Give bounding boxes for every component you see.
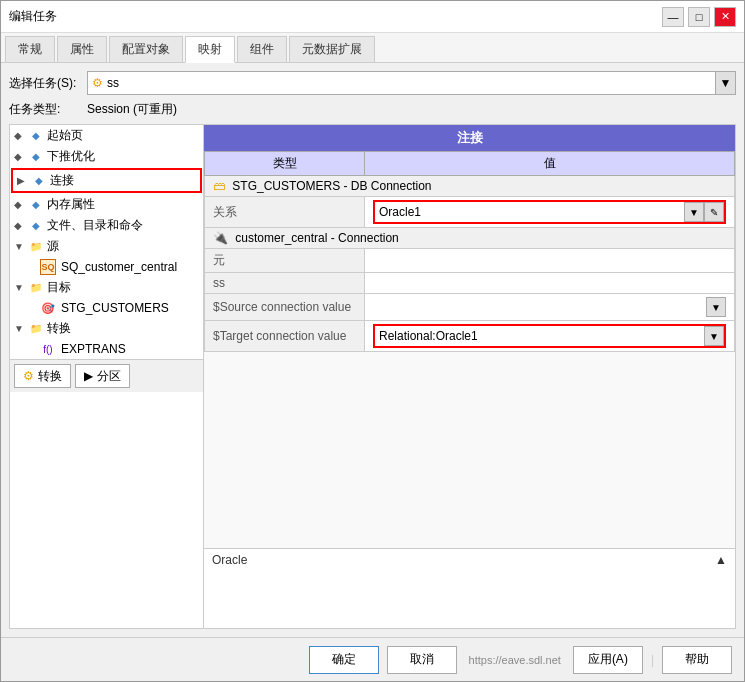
close-button[interactable]: ✕: [714, 7, 736, 27]
source-value-container: ▼: [373, 297, 726, 317]
tab-config-object[interactable]: 配置对象: [109, 36, 183, 62]
cc-yuan-row: 元: [205, 249, 735, 273]
oracle-section: Oracle ▲: [204, 548, 735, 628]
memory-icon: ◆: [28, 197, 44, 213]
tree-item-transform[interactable]: ▼ 📁 转换: [10, 318, 203, 339]
window-title: 编辑任务: [9, 8, 57, 25]
tree-label-files: 文件、目录和命令: [47, 217, 143, 234]
task-type-value: Session (可重用): [87, 101, 177, 118]
tab-metadata-ext[interactable]: 元数据扩展: [289, 36, 375, 62]
tree-item-files[interactable]: ◆ ◆ 文件、目录和命令: [10, 215, 203, 236]
task-select-label: 选择任务(S):: [9, 75, 79, 92]
connection-table: 类型 值 🗃 STG_CUSTOMERS - DB Connection: [204, 151, 735, 352]
tab-general[interactable]: 常规: [5, 36, 55, 62]
cancel-button[interactable]: 取消: [387, 646, 457, 674]
tree-arrow: ◆: [14, 220, 28, 231]
right-panel: 注接 类型 值 🗃 STG_CUSTOM: [204, 124, 736, 629]
connection-icon: ◆: [31, 173, 47, 189]
tab-mapping[interactable]: 映射: [185, 36, 235, 63]
task-select-input[interactable]: ⚙ ss ▼: [87, 71, 736, 95]
ok-button[interactable]: 确定: [309, 646, 379, 674]
sq-icon: SQ: [40, 259, 56, 275]
footer: 确定 取消 https://eave.sdl.net 应用(A) | 帮助: [1, 637, 744, 681]
help-button[interactable]: 帮助: [662, 646, 732, 674]
task-select-arrow[interactable]: ▼: [715, 72, 735, 94]
tab-components[interactable]: 组件: [237, 36, 287, 62]
stg-relation-label: 关系: [205, 197, 365, 228]
tree-item-sq-customer[interactable]: SQ SQ_customer_central: [10, 257, 203, 277]
stg-relation-text: Oracle1: [375, 204, 684, 220]
stg-relation-dropdown[interactable]: ▼: [684, 202, 704, 222]
footer-divider: |: [651, 653, 654, 667]
cc-target-label: $Target connection value: [205, 321, 365, 352]
tree-item-connection[interactable]: ▶ ◆ 连接: [11, 168, 202, 193]
tab-properties[interactable]: 属性: [57, 36, 107, 62]
connection-header: 注接: [204, 125, 735, 151]
tree-item-source[interactable]: ▼ 📁 源: [10, 236, 203, 257]
tree-arrow: ▼: [14, 323, 28, 334]
tree-item-memory[interactable]: ◆ ◆ 内存属性: [10, 194, 203, 215]
conn-icon: 🔌: [213, 231, 228, 245]
tree-panel: ◆ ◆ 起始页 ◆ ◆ 下推优化 ▶ ◆ 连接 ◆: [9, 124, 204, 629]
minimize-button[interactable]: —: [662, 7, 684, 27]
main-window: 编辑任务 — □ ✕ 常规 属性 配置对象 映射 组件 元数据扩展 选择任务(S…: [0, 0, 745, 682]
transform-toolbar-icon: ⚙: [23, 369, 34, 383]
cc-ss-label: ss: [205, 273, 365, 294]
task-select-icon: ⚙: [92, 76, 103, 90]
transform-toolbar-btn[interactable]: ⚙ 转换: [14, 364, 71, 388]
start-icon: ◆: [28, 128, 44, 144]
tree-arrow: ▶: [17, 175, 31, 186]
scroll-up-icon[interactable]: ▲: [715, 553, 727, 567]
task-select-value: ss: [107, 76, 731, 90]
cc-target-value: Relational:Oracle1 ▼: [365, 321, 735, 352]
tree-label-target: 目标: [47, 279, 71, 296]
oracle-label: Oracle: [212, 553, 247, 567]
db-icon: 🗃: [213, 179, 225, 193]
tree-arrow: ▼: [14, 282, 28, 293]
tree-label-start: 起始页: [47, 127, 83, 144]
target-folder-icon: 📁: [28, 280, 44, 296]
tree-item-stg-customers[interactable]: 🎯 STG_CUSTOMERS: [10, 298, 203, 318]
tree-label-sq-customer: SQ_customer_central: [61, 260, 177, 274]
files-icon: ◆: [28, 218, 44, 234]
cc-yuan-label: 元: [205, 249, 365, 273]
tree-label-pushdown: 下推优化: [47, 148, 95, 165]
exptrans-icon: f(): [40, 341, 56, 357]
window-controls: — □ ✕: [662, 7, 736, 27]
col-value-header: 值: [365, 152, 735, 176]
tree-arrow: ◆: [14, 199, 28, 210]
stg-relation-value: Oracle1 ▼ ✎: [365, 197, 735, 228]
cc-yuan-value: [365, 249, 735, 273]
source-dropdown-btn[interactable]: ▼: [706, 297, 726, 317]
tree-label-memory: 内存属性: [47, 196, 95, 213]
cc-source-row: $Source connection value ▼: [205, 294, 735, 321]
tree-item-pushdown[interactable]: ◆ ◆ 下推优化: [10, 146, 203, 167]
tree-label-source: 源: [47, 238, 59, 255]
tree-label-transform: 转换: [47, 320, 71, 337]
pushdown-icon: ◆: [28, 149, 44, 165]
transform-folder-icon: 📁: [28, 321, 44, 337]
tree-item-start[interactable]: ◆ ◆ 起始页: [10, 125, 203, 146]
target-value-text: Relational:Oracle1: [375, 328, 704, 344]
tree-arrow: ◆: [14, 130, 28, 141]
tree-item-target[interactable]: ▼ 📁 目标: [10, 277, 203, 298]
tree-item-exptrans[interactable]: f() EXPTRANS: [10, 339, 203, 359]
stg-section-header: 🗃 STG_CUSTOMERS - DB Connection: [205, 176, 735, 197]
col-type-header: 类型: [205, 152, 365, 176]
apply-button[interactable]: 应用(A): [573, 646, 643, 674]
titlebar: 编辑任务 — □ ✕: [1, 1, 744, 33]
oracle-title: Oracle ▲: [212, 553, 727, 567]
target-dropdown-btn[interactable]: ▼: [704, 326, 724, 346]
tree-label-exptrans: EXPTRANS: [61, 342, 126, 356]
tree-arrow: ◆: [14, 151, 28, 162]
tree-bottom-toolbar: ⚙ 转换 ▶ 分区: [10, 359, 203, 392]
tree-label-connection: 连接: [50, 172, 74, 189]
maximize-button[interactable]: □: [688, 7, 710, 27]
task-select-row: 选择任务(S): ⚙ ss ▼: [9, 71, 736, 95]
cc-section-header: 🔌 customer_central - Connection: [205, 228, 735, 249]
content-area: 选择任务(S): ⚙ ss ▼ 任务类型: Session (可重用) ◆ ◆ …: [1, 63, 744, 637]
stg-relation-edit[interactable]: ✎: [704, 202, 724, 222]
footer-url: https://eave.sdl.net: [469, 654, 561, 666]
partition-toolbar-btn[interactable]: ▶ 分区: [75, 364, 130, 388]
main-split-area: ◆ ◆ 起始页 ◆ ◆ 下推优化 ▶ ◆ 连接 ◆: [9, 124, 736, 629]
